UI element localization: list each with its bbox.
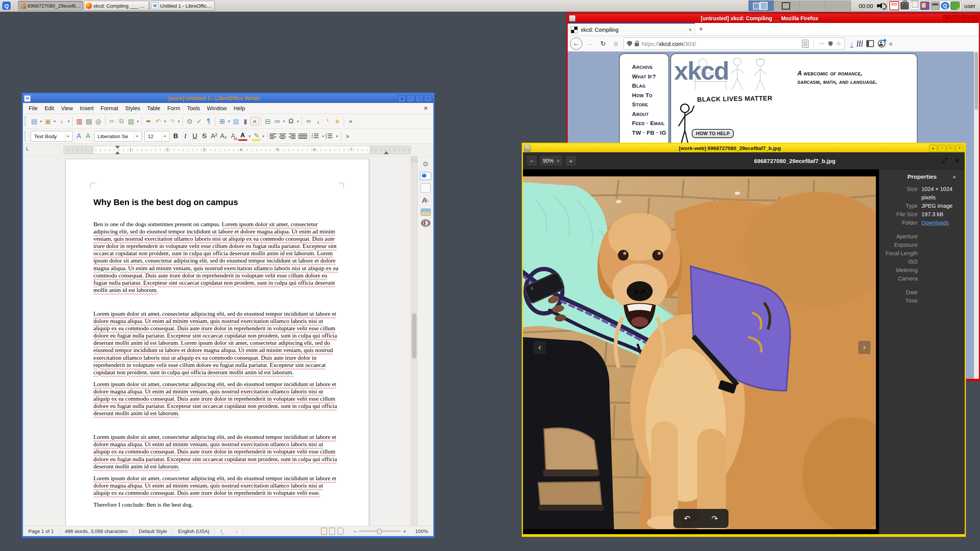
zoom-out-icon[interactable]: –: [354, 528, 356, 534]
align-left-icon[interactable]: [270, 134, 279, 139]
qubes-icon[interactable]: Q: [941, 2, 949, 10]
footnote-icon[interactable]: ₁: [314, 117, 323, 126]
formatting-marks-icon[interactable]: ¶: [204, 117, 213, 126]
page-style[interactable]: Default Style: [134, 528, 173, 534]
xkcd-menu-blag[interactable]: Blag: [632, 81, 668, 91]
font-size-combo[interactable]: 12 ▾: [144, 131, 170, 142]
app-menu-button[interactable]: Q: [1, 1, 12, 11]
window-menu-icon[interactable]: [524, 145, 531, 152]
align-right-icon[interactable]: [289, 134, 298, 139]
volume-icon[interactable]: [877, 3, 885, 9]
forward-icon[interactable]: →: [585, 38, 595, 49]
dropdown-caret-icon[interactable]: ▾: [335, 134, 339, 138]
hyperlink-icon[interactable]: ∞: [304, 117, 313, 126]
superscript-icon[interactable]: A²: [209, 132, 219, 141]
menu-insert[interactable]: Insert: [77, 104, 97, 112]
new-document-icon[interactable]: ▤: [29, 117, 39, 126]
workspace-1[interactable]: [748, 0, 774, 11]
insert-field-icon[interactable]: ≔: [273, 117, 282, 126]
menu-styles[interactable]: Styles: [122, 104, 144, 112]
menu-format[interactable]: Format: [97, 104, 122, 112]
toolbar-overflow-icon[interactable]: »: [346, 117, 355, 126]
sidebar-gallery-icon[interactable]: [421, 209, 431, 216]
battery-icon[interactable]: [951, 2, 960, 10]
zoom-out-button[interactable]: −: [526, 155, 537, 166]
menu-table[interactable]: Table: [144, 104, 164, 112]
back-icon[interactable]: ←: [570, 37, 582, 50]
url-bar[interactable]: https://xkcd.com/303/ ⋯☆: [624, 37, 845, 50]
workspace-3[interactable]: [800, 0, 825, 11]
text-language[interactable]: English (USA): [173, 528, 215, 534]
disk-space-icon[interactable]: [931, 2, 940, 10]
protections-icon[interactable]: [828, 41, 833, 46]
dropdown-caret-icon[interactable]: ▾: [53, 119, 57, 123]
dropdown-caret-icon[interactable]: ▾: [321, 134, 325, 138]
find-replace-icon[interactable]: ⊙: [185, 117, 194, 126]
save-icon[interactable]: ↓: [57, 117, 66, 126]
toolbar-grip[interactable]: [24, 131, 28, 141]
taskbar-window-writer[interactable]: W Untitled 1 - LibreOffice W...: [150, 1, 215, 11]
taskbar-window-firefox[interactable]: xkcd: Compiling ___ Moz...: [84, 1, 149, 11]
how-to-help-button[interactable]: HOW TO HELP: [692, 129, 734, 138]
sidebar-properties-icon[interactable]: [420, 172, 431, 180]
rotate-right-icon[interactable]: ↷: [709, 513, 720, 524]
devices-icon[interactable]: [920, 2, 929, 10]
copy-icon[interactable]: ⧉: [117, 117, 126, 126]
indent-marker-top[interactable]: [115, 146, 120, 149]
page-scrollbar[interactable]: [974, 52, 979, 379]
lock-icon[interactable]: [900, 2, 909, 10]
dropdown-caret-icon[interactable]: ▾: [177, 119, 181, 123]
dropdown-caret-icon[interactable]: ▾: [261, 134, 265, 138]
close-document-icon[interactable]: ✕: [423, 105, 431, 111]
dropdown-caret-icon[interactable]: ▾: [227, 119, 231, 123]
vm-display-icon[interactable]: [889, 1, 899, 10]
shade-button[interactable]: ▴: [398, 95, 406, 102]
close-button[interactable]: ×: [970, 15, 978, 22]
maximize-button[interactable]: □: [947, 145, 955, 152]
clone-formatting-icon[interactable]: ✒: [144, 117, 153, 126]
xkcd-menu-feed-email[interactable]: Feed · Email: [632, 119, 668, 128]
viewer-titlebar[interactable]: [work-web] 6968727080_29ecef8af7_b.jpg ▴…: [523, 144, 965, 152]
dropdown-caret-icon[interactable]: ▾: [296, 119, 300, 123]
numbered-list-icon[interactable]: [325, 134, 335, 139]
menu-file[interactable]: File: [25, 104, 41, 112]
menu-window[interactable]: Window: [204, 104, 230, 112]
paste-icon[interactable]: ▧: [126, 117, 136, 126]
sidebar-styles-icon[interactable]: A: [421, 196, 430, 205]
tab-close-icon[interactable]: ×: [689, 27, 692, 33]
paragraph-style-combo[interactable]: Text Body ▾: [31, 131, 73, 142]
bullet-list-icon[interactable]: [312, 134, 321, 139]
previous-image-button[interactable]: ‹: [534, 341, 546, 354]
menu-edit[interactable]: Edit: [41, 104, 57, 112]
zoom-level-dropdown[interactable]: 90% ∨: [539, 155, 563, 166]
right-indent-marker[interactable]: [384, 151, 389, 154]
chevron-down-icon[interactable]: ▾: [162, 131, 168, 141]
undo-icon[interactable]: ↶: [154, 117, 163, 126]
underline-icon[interactable]: U: [190, 132, 199, 141]
folder-link[interactable]: Downloads: [921, 218, 949, 227]
minimize-button[interactable]: –: [938, 145, 946, 152]
account-icon[interactable]: [878, 40, 885, 47]
bold-icon[interactable]: B: [171, 132, 180, 141]
zoom-slider-knob[interactable]: [377, 529, 382, 534]
maximize-button[interactable]: □: [415, 95, 423, 102]
new-tab-button[interactable]: +: [695, 23, 707, 36]
strikethrough-icon[interactable]: S: [200, 132, 209, 141]
sidebar-navigator-icon[interactable]: [421, 219, 430, 227]
xkcd-menu-about[interactable]: About: [632, 109, 668, 119]
spelling-icon[interactable]: ✓: [194, 117, 204, 126]
zoom-in-icon[interactable]: +: [403, 528, 406, 534]
single-page-view-icon[interactable]: [321, 528, 327, 535]
rotate-left-icon[interactable]: ↶: [682, 513, 693, 524]
update-style-icon[interactable]: A: [74, 132, 83, 141]
scrollbar-top-button[interactable]: [411, 156, 417, 162]
xkcd-menu-how-to[interactable]: How To: [632, 91, 668, 100]
print-preview-icon[interactable]: ◎: [94, 117, 103, 126]
tracking-shield-icon[interactable]: [627, 41, 632, 47]
chevron-down-icon[interactable]: ▾: [65, 131, 71, 141]
downloads-icon[interactable]: ↓: [850, 40, 853, 47]
page-count[interactable]: Page 1 of 1: [23, 528, 60, 534]
firefox-titlebar[interactable]: [untrusted] xkcd: Compiling __ Mozilla F…: [568, 14, 979, 23]
page-break-icon[interactable]: ⊟: [263, 117, 272, 126]
library-icon[interactable]: [856, 41, 862, 47]
